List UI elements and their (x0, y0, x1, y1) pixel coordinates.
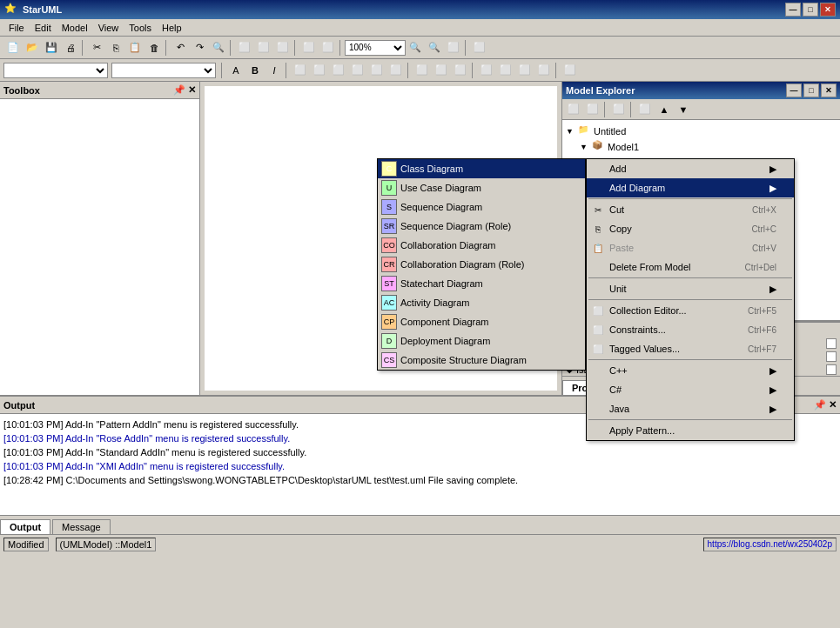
cm-apply-pattern-label: Apply Pattern... (609, 425, 675, 436)
cut-button[interactable]: ✂ (87, 39, 106, 57)
java-icon (590, 401, 606, 417)
cm-unit-label: Unit (609, 284, 627, 294)
cm-composite-diagram[interactable]: CS Composite Structure Diagram (378, 351, 585, 370)
cm-constraints[interactable]: ⬜ Constraints... Ctrl+F6 (587, 320, 794, 339)
menu-edit[interactable]: Edit (30, 21, 57, 35)
tab-output[interactable]: Output (0, 519, 50, 534)
cm-statechart-diagram[interactable]: ST Statechart Diagram (378, 274, 585, 293)
maximize-button[interactable]: □ (803, 3, 818, 17)
menu-view[interactable]: View (93, 21, 124, 35)
cm-paste[interactable]: 📋 Paste Ctrl+V (587, 238, 794, 257)
arrange-btn4[interactable]: ⬜ (534, 62, 554, 79)
tab-message[interactable]: Message (52, 519, 111, 534)
align-mid[interactable]: ⬜ (367, 62, 386, 79)
diagram-select[interactable] (111, 63, 216, 78)
find-button[interactable]: 🔍 (209, 39, 228, 57)
zoom-select[interactable]: 50% 75% 100% 150% 200% (345, 40, 406, 56)
align-right[interactable]: ⬜ (329, 62, 348, 79)
open-button[interactable]: 📂 (23, 39, 42, 57)
cm-add[interactable]: Add ▶ (587, 159, 794, 178)
arrange-btn2[interactable]: ⬜ (496, 62, 515, 79)
cm-deployment-diagram[interactable]: D Deployment Diagram (378, 331, 585, 351)
cm-cut[interactable]: ✂ Cut Ctrl+X (587, 200, 794, 219)
cm-cpp[interactable]: C++ ▶ (587, 361, 794, 380)
print-button[interactable]: 🖨 (61, 39, 80, 57)
arrange-btn3[interactable]: ⬜ (515, 62, 534, 79)
class-diagram-icon: C (381, 161, 397, 177)
fill-btn[interactable]: ⬜ (432, 62, 451, 79)
tb-btn3[interactable]: ⬜ (273, 39, 292, 57)
undo-button[interactable]: ↶ (171, 39, 190, 57)
cm-add-diagram[interactable]: Add Diagram ▶ (587, 178, 794, 197)
cm-sep1 (588, 198, 792, 199)
cm-apply-pattern[interactable]: Apply Pattern... (587, 421, 794, 440)
menu-model[interactable]: Model (57, 21, 93, 35)
cm-class-diagram[interactable]: C Class Diagram (378, 159, 585, 178)
zoom-fit[interactable]: ⬜ (444, 39, 463, 57)
cm-copy[interactable]: ⎘ Copy Ctrl+C (587, 219, 794, 238)
cm-java[interactable]: Java ▶ (587, 399, 794, 418)
menu-bar: File Edit Model View Tools Help (0, 19, 840, 37)
cm-delete[interactable]: Delete From Model Ctrl+Del (587, 257, 794, 277)
close-button[interactable]: ✕ (820, 3, 836, 17)
cm-csharp[interactable]: C# ▶ (587, 380, 794, 399)
cm-usecase-diagram[interactable]: U Use Case Diagram (378, 178, 585, 197)
cm-tagged-values[interactable]: ⬜ Tagged Values... Ctrl+F7 (587, 339, 794, 358)
menu-help[interactable]: Help (157, 21, 187, 35)
color-btn[interactable]: ⬜ (451, 62, 470, 79)
copy-icon: ⎘ (590, 221, 606, 237)
cm-tagged-label: Tagged Values... (609, 344, 680, 354)
statechart-label: Statechart Diagram (400, 278, 483, 289)
add-diagram-arrow-icon: ▶ (769, 183, 776, 194)
zoom-in[interactable]: 🔍 (406, 39, 425, 57)
status-left: Modified (UMLModel) ::Model1 (3, 538, 156, 551)
statechart-icon: ST (381, 276, 397, 291)
tb-btn5[interactable]: ⬜ (319, 39, 338, 57)
menu-tools[interactable]: Tools (124, 21, 157, 35)
align-center[interactable]: ⬜ (310, 62, 329, 79)
delete-button[interactable]: 🗑 (144, 39, 164, 57)
cm-java-label: Java (609, 404, 629, 414)
cm-sep4 (588, 359, 792, 360)
cm-component-diagram[interactable]: CP Component Diagram (378, 312, 585, 331)
cm-collaboration-diagram[interactable]: CO Collaboration Diagram (378, 236, 585, 255)
csharp-icon (590, 382, 606, 398)
paste-button[interactable]: 📋 (125, 39, 144, 57)
usecase-diagram-icon: U (381, 180, 397, 196)
tb-btn1[interactable]: ⬜ (235, 39, 254, 57)
collab-label: Collaboration Diagram (400, 240, 495, 251)
font-btn[interactable]: A (226, 62, 245, 79)
model-select[interactable] (3, 63, 108, 78)
cm-sequence-diagram[interactable]: S Sequence Diagram (378, 197, 585, 217)
new-button[interactable]: 📄 (3, 39, 23, 57)
menu-file[interactable]: File (3, 21, 30, 35)
tb-btn4[interactable]: ⬜ (299, 39, 319, 57)
size-btn[interactable]: ⬜ (561, 62, 580, 79)
copy-button[interactable]: ⎘ (106, 39, 125, 57)
redo-button[interactable]: ↷ (190, 39, 209, 57)
cm-collection-editor[interactable]: ⬜ Collection Editor... Ctrl+F5 (587, 301, 794, 320)
cm-paste-label: Paste (609, 243, 634, 253)
cm-unit[interactable]: Unit ▶ (587, 279, 794, 298)
add-icon (590, 161, 606, 177)
bold-btn[interactable]: B (245, 62, 265, 79)
align-top[interactable]: ⬜ (348, 62, 367, 79)
unit-icon (590, 281, 606, 297)
cm-sep3 (588, 299, 792, 300)
cm-activity-diagram[interactable]: AC Activity Diagram (378, 293, 585, 312)
save-button[interactable]: 💾 (42, 39, 61, 57)
align-bottom[interactable]: ⬜ (386, 62, 406, 79)
add-diagram-submenu: C Class Diagram U Use Case Diagram S Seq… (377, 158, 586, 371)
tb-nav[interactable]: ⬜ (470, 39, 489, 57)
cm-sequence-role-diagram[interactable]: SR Sequence Diagram (Role) (378, 217, 585, 236)
tb-btn2[interactable]: ⬜ (254, 39, 273, 57)
activity-label: Activity Diagram (400, 297, 469, 308)
cm-collaboration-role-diagram[interactable]: CR Collaboration Diagram (Role) (378, 255, 585, 274)
line-btn[interactable]: ⬜ (413, 62, 432, 79)
collection-editor-icon: ⬜ (590, 303, 606, 318)
zoom-out[interactable]: 🔍 (425, 39, 444, 57)
minimize-button[interactable]: — (785, 3, 801, 17)
italic-btn[interactable]: I (265, 62, 284, 79)
align-left[interactable]: ⬜ (291, 62, 310, 79)
arrange-btn1[interactable]: ⬜ (477, 62, 496, 79)
